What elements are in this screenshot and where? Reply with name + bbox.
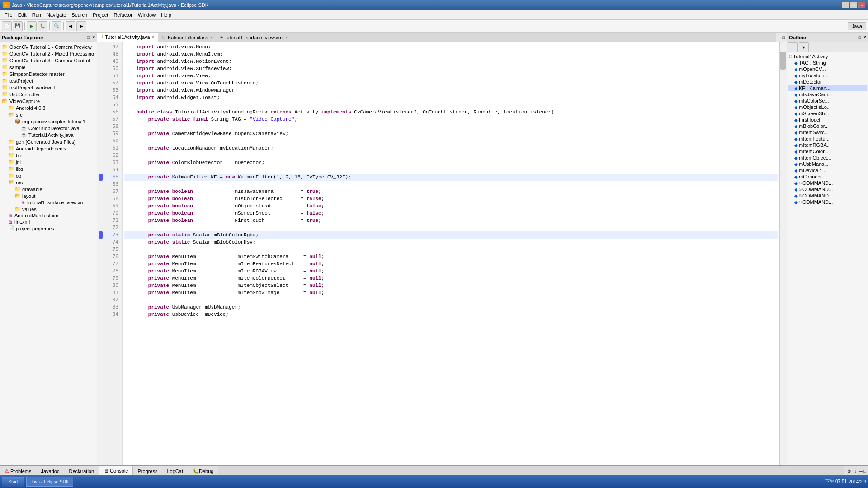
maximize-btn[interactable]: □	[850, 2, 857, 8]
scroll-thumb[interactable]	[780, 52, 786, 70]
outline-item[interactable]: ◆mDetector	[788, 79, 867, 85]
outline-item[interactable]: ◆mItemFeatu...	[788, 136, 867, 142]
pkg-tree-item[interactable]: 📁testProject	[0, 77, 97, 84]
outline-item[interactable]: ◆TAG : String	[788, 60, 867, 66]
pkg-tree-item[interactable]: 📁OpenCV Tutorial 2 - Mixed Processing	[0, 50, 97, 57]
outline-item[interactable]: ◆SCOMMAND...	[788, 192, 867, 199]
pkg-tree-item[interactable]: 📂layout	[0, 192, 97, 199]
pkg-tree-item[interactable]: 📁bin	[0, 152, 97, 159]
pkg-tree-item[interactable]: 📄project.properties	[0, 225, 97, 232]
menu-navigate[interactable]: Navigate	[44, 11, 69, 19]
tab-progress[interactable]: Progress	[133, 466, 162, 476]
menu-run[interactable]: Run	[29, 11, 44, 19]
tab-tutorial1activity[interactable]: J Tutorial1Activity.java ×	[97, 33, 158, 42]
outline-item[interactable]: ◆mDevice : ...	[788, 167, 867, 174]
outline-item[interactable]: CTutorial1Activity	[788, 53, 867, 60]
java-perspective-btn[interactable]: Java	[848, 22, 866, 30]
outline-item[interactable]: ◆mUsbMana...	[788, 161, 867, 167]
tab-close3[interactable]: ×	[285, 35, 288, 40]
editor-view-controls[interactable]: — □	[776, 33, 787, 42]
outline-filter-btn[interactable]: ▼	[799, 42, 809, 52]
editor-min-btn[interactable]: —	[778, 35, 782, 40]
outline-item[interactable]: ◆mScreenSh...	[788, 110, 867, 117]
code-editor[interactable]: import android.view.Menu; import android…	[123, 42, 779, 465]
outline-item[interactable]: ◆KF : Kalman...	[788, 85, 867, 91]
pkg-tree-item[interactable]: 📁SimpsonDetector-master	[0, 70, 97, 77]
tab-logcat[interactable]: LogCat	[162, 466, 188, 476]
menu-file[interactable]: File	[2, 11, 15, 19]
outline-item[interactable]: ◆SCOMMAND...	[788, 180, 867, 186]
pkg-tree-item[interactable]: 📂res	[0, 179, 97, 186]
menu-window[interactable]: Window	[135, 11, 158, 19]
pkg-tree-item[interactable]: 📁gen [Generated Java Files]	[0, 138, 97, 145]
pkg-tree-item[interactable]: 📁testProject_workwell	[0, 84, 97, 91]
tab-kalmanfilter[interactable]: ⬡ KalmanFilter.class ×	[158, 33, 217, 42]
console-scroll-btn[interactable]: ↓	[853, 468, 858, 474]
outline-item[interactable]: ◆mIsJavaCam...	[788, 91, 867, 98]
outline-item[interactable]: ◆SCOMMAND...	[788, 186, 867, 192]
outline-item[interactable]: ◆mItemRGBA...	[788, 142, 867, 148]
bottom-min-btn[interactable]: —	[859, 469, 863, 474]
tab-declaration[interactable]: Declaration	[64, 466, 99, 476]
outline-min-btn[interactable]: —	[852, 35, 856, 40]
editor-area[interactable]: 4748495051525354555657585960616263646566…	[97, 42, 787, 465]
pkg-tree-item[interactable]: 📁Android 4.0.3	[0, 104, 97, 111]
close-btn[interactable]: ×	[858, 2, 865, 8]
outline-item[interactable]: ◆mObjectIsLo...	[788, 104, 867, 110]
outline-item[interactable]: ◆mConnecti...	[788, 174, 867, 180]
pkg-tree-item[interactable]: ☕ColorBlobDetector.java	[0, 125, 97, 131]
pkg-tree-item[interactable]: ☕Tutorial1Activity.java	[0, 131, 97, 138]
pkg-tree-item[interactable]: 📁OpenCV Tutorial 3 - Camera Control	[0, 57, 97, 64]
pkg-tree-item[interactable]: 📁values	[0, 206, 97, 212]
save-btn[interactable]: 💾	[13, 21, 23, 31]
pkg-close-btn[interactable]: ×	[92, 35, 95, 40]
pkg-tree-item[interactable]: 📁UsbController	[0, 91, 97, 98]
outline-item[interactable]: ◆mBlobColor...	[788, 123, 867, 129]
new-btn[interactable]: 📄	[2, 21, 12, 31]
tab-problems[interactable]: ⚠ Problems	[0, 466, 36, 476]
menu-edit[interactable]: Edit	[15, 11, 29, 19]
bottom-controls[interactable]: ⊗ ↓ — □	[844, 466, 868, 476]
outline-item[interactable]: ◆mItemObject...	[788, 155, 867, 161]
tab-surface[interactable]: ✦ tutorial1_surface_view.xml ×	[216, 33, 292, 42]
pkg-tree-item[interactable]: 🗎tutorial1_surface_view.xml	[0, 199, 97, 206]
outline-item[interactable]: ◆FirstTouch	[788, 117, 867, 123]
outline-item[interactable]: ◆mItemSwitc...	[788, 129, 867, 136]
tab-debug[interactable]: 🐛 Debug	[188, 466, 218, 476]
menu-project[interactable]: Project	[90, 11, 111, 19]
pkg-tree-item[interactable]: 📁drawable	[0, 186, 97, 192]
menu-refactor[interactable]: Refactor	[111, 11, 135, 19]
pkg-tree-item[interactable]: 📁Android Dependencies	[0, 145, 97, 152]
outline-item[interactable]: ◆myLocation...	[788, 72, 867, 79]
start-btn[interactable]: Start	[2, 477, 24, 487]
pkg-tree-item[interactable]: 📁sample	[0, 64, 97, 70]
console-clear-btn[interactable]: ⊗	[846, 468, 852, 474]
pkg-tree-item[interactable]: 📁jni	[0, 159, 97, 165]
pkg-tree-item[interactable]: 📂src	[0, 111, 97, 118]
outline-item[interactable]: ◆mItemColor...	[788, 148, 867, 155]
search-btn[interactable]: 🔍	[52, 21, 61, 31]
pkg-tree-item[interactable]: 🗎AndroidManifest.xml	[0, 212, 97, 219]
forward-btn[interactable]: ▶	[76, 21, 86, 31]
tab-javadoc[interactable]: Javadoc	[36, 466, 64, 476]
tab-close[interactable]: ×	[152, 35, 154, 39]
pkg-minimize-btn[interactable]: —	[80, 35, 85, 40]
pkg-tree-item[interactable]: 📁OpenCV Tutorial 1 - Camera Preview	[0, 43, 97, 50]
editor-max-btn[interactable]: □	[783, 35, 785, 40]
pkg-tree-item[interactable]: 📁libs	[0, 165, 97, 172]
outline-max-btn[interactable]: □	[859, 35, 861, 40]
window-controls[interactable]: _ □ ×	[842, 2, 865, 8]
pkg-tree-item[interactable]: 📂VideoCapture	[0, 98, 97, 104]
pkg-tree-item[interactable]: 🗎lint.xml	[0, 219, 97, 225]
editor-scrollbar-v[interactable]	[779, 42, 787, 465]
minimize-btn[interactable]: _	[842, 2, 849, 8]
bottom-max-btn[interactable]: □	[864, 469, 866, 474]
debug-btn[interactable]: 🐛	[38, 21, 47, 31]
pkg-tree-item[interactable]: 📦org.opencv.samples.tutorial1	[0, 118, 97, 125]
taskbar-eclipse[interactable]: Java - Eclipse SDK	[26, 477, 73, 487]
outline-item[interactable]: ◆SCOMMAND...	[788, 199, 867, 205]
pkg-maximize-btn[interactable]: □	[87, 35, 90, 40]
tab-close2[interactable]: ×	[210, 35, 212, 40]
outline-sort-btn[interactable]: ↕	[788, 42, 798, 52]
outline-item[interactable]: ◆mIsColorSe...	[788, 98, 867, 104]
